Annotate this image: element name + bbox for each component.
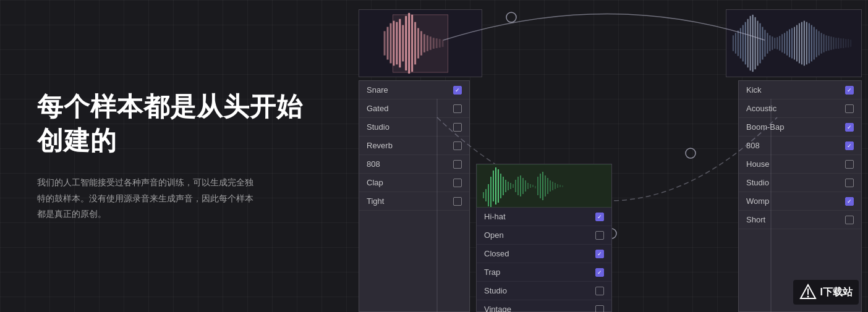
menu-item-closed[interactable]: Closed [477, 245, 611, 263]
menu-item-808-left[interactable]: 808 [359, 155, 469, 174]
menu-item-open[interactable]: Open [477, 226, 611, 245]
waveform-panel-right [726, 9, 862, 77]
open-checkbox[interactable] [595, 231, 604, 240]
menu-item-label: Hi-hat [484, 212, 506, 221]
watermark-icon [799, 284, 817, 301]
svg-rect-106 [477, 164, 611, 208]
acoustic-checkbox[interactable] [845, 104, 854, 113]
svg-rect-48 [794, 27, 795, 59]
svg-rect-60 [823, 34, 825, 52]
menu-item-label: Studio [746, 178, 769, 187]
808-right-checkbox[interactable] [845, 141, 854, 150]
menu-item-label: Gated [367, 104, 388, 113]
clap-checkbox[interactable] [453, 179, 462, 187]
short-checkbox[interactable] [845, 216, 854, 224]
menu-item-womp[interactable]: Womp [739, 192, 861, 211]
menu-item-label: Womp [746, 196, 769, 206]
snare-checkbox[interactable] [453, 86, 462, 95]
svg-rect-49 [796, 25, 798, 62]
studio-right-checkbox[interactable] [845, 179, 854, 187]
kick-checkbox[interactable] [845, 86, 854, 95]
svg-rect-46 [789, 29, 790, 57]
svg-rect-27 [742, 25, 744, 62]
svg-rect-28 [745, 22, 746, 65]
svg-rect-45 [786, 31, 788, 55]
menu-item-studio-right[interactable]: Studio [739, 174, 861, 192]
menu-item-studio-center[interactable]: Studio [477, 282, 611, 300]
main-title: 每个样本都是从头开始创建的 [37, 90, 309, 158]
menu-item-boom-bap[interactable]: Boom-Bap [739, 118, 861, 137]
menu-item-kick[interactable]: Kick [739, 81, 861, 99]
ui-visualization: Snare Gated Studio Reverb 808 Clap [346, 0, 868, 312]
svg-rect-57 [816, 29, 817, 57]
menu-panel-right: Kick Acoustic Boom-Bap 808 House Studio [738, 80, 862, 312]
menu-item-gated[interactable]: Gated [359, 99, 469, 118]
svg-rect-39 [772, 36, 773, 50]
menu-item-label: Short [746, 215, 765, 224]
menu-item-short[interactable]: Short [739, 211, 861, 229]
tight-checkbox[interactable] [453, 197, 462, 206]
vintage-checkbox[interactable] [595, 305, 604, 313]
svg-rect-35 [762, 27, 763, 59]
svg-rect-36 [764, 30, 765, 56]
menu-panel-center: Hi-hat Open Closed Trap Studio Vintage [476, 164, 612, 312]
menu-item-tight[interactable]: Tight [359, 192, 469, 211]
svg-rect-68 [843, 38, 844, 48]
menu-item-label: Reverb [367, 141, 393, 150]
menu-item-808-right[interactable]: 808 [739, 137, 861, 155]
menu-item-trap[interactable]: Trap [477, 263, 611, 282]
left-section: 每个样本都是从头开始创建的 我们的人工智能接受过各种声音的训练，可以生成完全独特… [0, 65, 346, 247]
svg-rect-33 [757, 21, 759, 66]
waveform-panel-left [359, 9, 482, 77]
menu-item-acoustic[interactable]: Acoustic [739, 99, 861, 118]
hihat-checkbox[interactable] [595, 213, 604, 221]
svg-rect-63 [830, 36, 832, 50]
svg-rect-42 [779, 36, 780, 51]
svg-rect-65 [835, 38, 836, 49]
menu-item-studio-left[interactable]: Studio [359, 118, 469, 137]
studio-center-checkbox[interactable] [595, 287, 604, 295]
svg-point-108 [686, 148, 696, 158]
menu-item-reverb[interactable]: Reverb [359, 137, 469, 155]
svg-rect-18 [387, 27, 389, 59]
studio-left-checkbox[interactable] [453, 123, 462, 132]
menu-item-label: Studio [367, 122, 389, 132]
svg-rect-58 [819, 31, 820, 55]
gated-checkbox[interactable] [453, 104, 462, 113]
svg-rect-31 [752, 15, 754, 72]
menu-item-label: Open [484, 230, 504, 240]
svg-rect-34 [760, 23, 761, 64]
svg-rect-47 [791, 28, 793, 58]
svg-rect-17 [384, 31, 386, 55]
boom-bap-checkbox[interactable] [845, 123, 854, 132]
svg-rect-69 [845, 39, 846, 48]
watermark-text: I下载站 [820, 286, 853, 299]
menu-item-label: 808 [367, 159, 380, 169]
menu-item-label: Kick [746, 85, 762, 95]
svg-rect-25 [738, 30, 739, 56]
menu-item-clap[interactable]: Clap [359, 174, 469, 192]
trap-checkbox[interactable] [595, 268, 604, 277]
808-left-checkbox[interactable] [453, 160, 462, 169]
menu-item-hihat[interactable]: Hi-hat [477, 208, 611, 226]
closed-checkbox[interactable] [595, 250, 604, 258]
menu-item-snare[interactable]: Snare [359, 81, 469, 99]
womp-checkbox[interactable] [845, 197, 854, 206]
house-checkbox[interactable] [845, 160, 854, 169]
menu-item-vintage[interactable]: Vintage [477, 300, 611, 312]
watermark-text-container: I下载站 [820, 286, 853, 299]
svg-rect-52 [804, 21, 805, 66]
menu-panel-left: Snare Gated Studio Reverb 808 Clap [359, 80, 470, 312]
svg-rect-29 [747, 19, 749, 68]
watermark: I下载站 [793, 280, 859, 305]
svg-rect-37 [767, 33, 768, 53]
menu-item-house[interactable]: House [739, 155, 861, 174]
svg-rect-23 [733, 35, 734, 51]
menu-item-label: Boom-Bap [746, 122, 784, 132]
svg-rect-53 [806, 22, 807, 65]
svg-rect-26 [740, 28, 741, 58]
menu-item-label: Closed [484, 249, 509, 258]
svg-point-107 [506, 12, 516, 22]
reverb-checkbox[interactable] [453, 141, 462, 150]
svg-rect-67 [840, 38, 841, 48]
